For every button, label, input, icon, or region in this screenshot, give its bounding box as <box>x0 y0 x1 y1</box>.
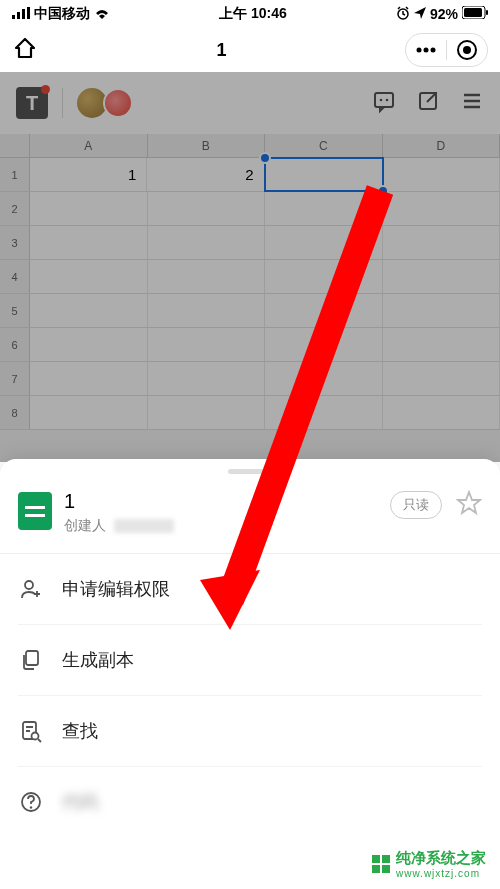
document-title: 1 <box>64 490 378 513</box>
status-right: 92% <box>396 6 488 23</box>
home-icon[interactable] <box>12 35 38 65</box>
copy-icon <box>18 647 44 673</box>
search-doc-icon <box>18 718 44 744</box>
battery-percent: 92% <box>430 6 458 22</box>
readonly-badge: 只读 <box>390 491 442 519</box>
creator-label: 创建人 <box>64 517 106 535</box>
menu-label: 申请编辑权限 <box>62 577 170 601</box>
status-left: 中国移动 <box>12 5 110 23</box>
menu-label: 生成副本 <box>62 648 134 672</box>
close-miniprogram-button[interactable] <box>447 33 487 67</box>
menu-item-find[interactable]: 查找 <box>18 696 482 767</box>
spreadsheet-area: T A B C D 1 <box>0 72 500 462</box>
location-icon <box>414 6 426 22</box>
svg-point-23 <box>30 806 32 808</box>
creator-name-redacted <box>114 519 174 533</box>
watermark-logo <box>372 855 390 873</box>
svg-point-21 <box>32 733 39 740</box>
svg-rect-19 <box>26 651 38 665</box>
menu-item-make-copy[interactable]: 生成副本 <box>18 625 482 696</box>
svg-rect-2 <box>22 9 25 19</box>
svg-rect-0 <box>12 15 15 19</box>
status-time: 上午 10:46 <box>219 5 287 23</box>
watermark: 纯净系统之家 www.wjxtzj.com <box>372 849 486 879</box>
spreadsheet-doc-icon <box>18 492 52 530</box>
svg-rect-1 <box>17 12 20 19</box>
svg-rect-3 <box>27 7 30 19</box>
svg-point-10 <box>430 48 435 53</box>
person-add-icon <box>18 576 44 602</box>
page-title: 1 <box>216 40 226 61</box>
watermark-text: 纯净系统之家 <box>396 849 486 868</box>
menu-label: 查找 <box>62 719 98 743</box>
bottom-sheet: 1 创建人 只读 申请编辑权限 生成副本 <box>0 459 500 889</box>
signal-icon <box>12 6 30 22</box>
sheet-header: 1 创建人 只读 <box>0 480 500 553</box>
battery-icon <box>462 6 488 22</box>
svg-rect-6 <box>464 8 482 17</box>
help-icon <box>18 789 44 815</box>
document-meta: 创建人 <box>64 517 378 535</box>
menu-label: 代码 <box>62 790 98 814</box>
carrier-label: 中国移动 <box>34 5 90 23</box>
status-bar: 中国移动 上午 10:46 92% <box>0 0 500 28</box>
dim-overlay[interactable] <box>0 72 500 462</box>
star-icon[interactable] <box>456 490 482 520</box>
nav-bar: 1 <box>0 28 500 72</box>
svg-point-9 <box>423 48 428 53</box>
miniprogram-pill <box>405 33 488 67</box>
svg-point-12 <box>463 46 471 54</box>
menu-item-request-edit[interactable]: 申请编辑权限 <box>18 554 482 625</box>
menu-list: 申请编辑权限 生成副本 查找 代码 <box>0 554 500 837</box>
wifi-icon <box>94 6 110 22</box>
svg-point-8 <box>416 48 421 53</box>
svg-rect-7 <box>486 10 488 15</box>
menu-item-code[interactable]: 代码 <box>18 767 482 837</box>
svg-point-18 <box>25 581 33 589</box>
watermark-url: www.wjxtzj.com <box>396 868 486 879</box>
alarm-icon <box>396 6 410 23</box>
sheet-drag-handle[interactable] <box>0 459 500 480</box>
more-button[interactable] <box>406 33 446 67</box>
